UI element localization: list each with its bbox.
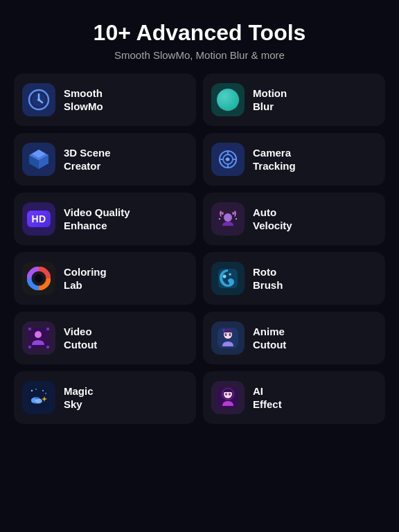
svg-point-17: [232, 212, 235, 215]
anime-cutout-icon: [211, 321, 245, 355]
svg-point-42: [45, 393, 46, 394]
coloring-lab-icon: [22, 262, 55, 295]
smooth-slowmo-label: SmoothSlowMo: [64, 87, 103, 114]
card-motion-blur[interactable]: MotionBlur: [203, 73, 385, 126]
svg-rect-30: [28, 346, 31, 348]
auto-velocity-icon: [211, 202, 245, 236]
card-3d-scene[interactable]: 3D SceneCreator: [14, 133, 196, 186]
smooth-slowmo-icon: [22, 83, 55, 116]
motion-blur-label: MotionBlur: [253, 87, 287, 114]
page-title: 10+ Advanced Tools: [94, 21, 306, 45]
title-text: 10+ Advanced Tools: [94, 20, 306, 45]
svg-point-39: [31, 390, 33, 391]
page-subtitle: Smooth SlowMo, Motion Blur & more: [114, 49, 285, 61]
card-roto-brush[interactable]: RotoBrush: [203, 252, 385, 305]
svg-rect-31: [46, 346, 49, 348]
svg-point-25: [229, 273, 231, 276]
card-smooth-slowmo[interactable]: SmoothSlowMo: [14, 73, 196, 126]
svg-point-27: [35, 331, 42, 338]
svg-point-36: [226, 334, 227, 335]
svg-rect-26: [28, 328, 49, 348]
magic-sky-icon: [22, 381, 55, 414]
svg-point-2: [37, 98, 40, 101]
svg-point-35: [229, 333, 231, 336]
svg-point-53: [230, 393, 231, 394]
svg-point-22: [35, 274, 43, 283]
svg-point-34: [225, 333, 227, 336]
anime-cutout-label: AnimeCutout: [253, 325, 286, 352]
svg-rect-28: [28, 328, 31, 330]
roto-brush-label: RotoBrush: [253, 265, 283, 292]
magic-sky-label: MagicSky: [64, 384, 94, 411]
card-coloring-lab[interactable]: ColoringLab: [14, 252, 196, 305]
svg-point-45: [35, 399, 42, 404]
coloring-lab-label: ColoringLab: [64, 265, 107, 292]
card-auto-velocity[interactable]: AutoVelocity: [203, 193, 385, 245]
svg-point-24: [223, 275, 227, 278]
motion-blur-icon: [211, 83, 245, 116]
svg-point-40: [35, 389, 37, 390]
card-ai-effect[interactable]: AIEffect: [203, 371, 385, 424]
auto-velocity-label: AutoVelocity: [253, 206, 292, 233]
svg-point-51: [229, 393, 231, 396]
video-quality-label: Video QualityEnhance: [64, 206, 130, 233]
tools-grid: SmoothSlowMo MotionBlur 3D SceneCreator: [14, 73, 385, 424]
video-cutout-label: VideoCutout: [64, 325, 97, 352]
ai-effect-icon: [211, 381, 245, 414]
3d-scene-icon: [22, 143, 55, 176]
svg-point-52: [227, 393, 227, 394]
svg-point-16: [221, 212, 224, 215]
svg-rect-29: [46, 328, 49, 330]
3d-scene-label: 3D SceneCreator: [64, 146, 111, 173]
card-magic-sky[interactable]: MagicSky: [14, 371, 196, 424]
svg-point-50: [225, 393, 227, 396]
roto-brush-icon: [211, 262, 245, 295]
svg-point-41: [42, 390, 44, 391]
video-cutout-icon: [22, 321, 55, 355]
svg-point-37: [230, 334, 231, 335]
card-video-quality[interactable]: HD Video QualityEnhance: [14, 193, 196, 245]
camera-tracking-icon: [211, 143, 245, 176]
ai-effect-label: AIEffect: [253, 384, 282, 411]
hd-badge-text: HD: [27, 211, 50, 227]
video-quality-icon: HD: [22, 202, 55, 236]
camera-tracking-label: CameraTracking: [253, 146, 296, 173]
card-camera-tracking[interactable]: CameraTracking: [203, 133, 385, 186]
card-video-cutout[interactable]: VideoCutout: [14, 312, 196, 364]
svg-point-15: [224, 213, 232, 222]
card-anime-cutout[interactable]: AnimeCutout: [203, 312, 385, 364]
